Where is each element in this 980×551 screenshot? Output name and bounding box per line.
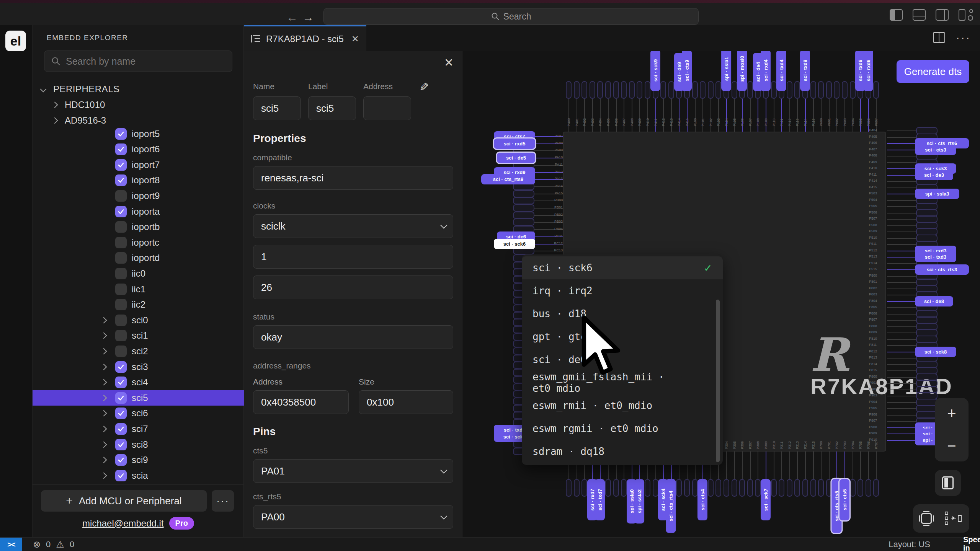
pin-stub-P407[interactable] bbox=[621, 81, 627, 99]
pin-stub-P312[interactable] bbox=[787, 479, 792, 497]
sidebar-item-sci0[interactable]: sci0 bbox=[33, 312, 244, 328]
pin-stub-P206[interactable] bbox=[613, 479, 619, 497]
checkbox-ioport8[interactable] bbox=[115, 174, 127, 186]
checkbox-ioportd[interactable] bbox=[115, 252, 127, 264]
pin-stub-P207[interactable] bbox=[621, 479, 627, 497]
pin-stub-P101[interactable] bbox=[700, 81, 706, 99]
pin-tag-sci-sck6[interactable]: sci · sck6 bbox=[494, 239, 535, 249]
sidebar-item-ioportd[interactable]: ioportd bbox=[33, 250, 244, 266]
sidebar-item-sci7[interactable]: sci7 bbox=[33, 421, 244, 437]
pin-stub-P408[interactable] bbox=[629, 81, 635, 99]
tab-r7ka8p1ad-sci5[interactable]: R7KA8P1AD - sci5 ✕ bbox=[244, 25, 366, 51]
pin-tag-spi-ssla3[interactable]: spi · ssla3 bbox=[915, 189, 959, 199]
checkbox-sci9[interactable] bbox=[115, 454, 127, 466]
clock-cells-input[interactable]: 1 bbox=[253, 245, 453, 269]
cts-rts5-select[interactable]: PA00 bbox=[253, 505, 453, 529]
pin-stub-P310[interactable] bbox=[771, 479, 777, 497]
pin-tag-sci-cts-rts9[interactable]: sci · cts_rts9 bbox=[481, 174, 535, 184]
more-options-button[interactable]: ··· bbox=[212, 490, 234, 512]
remote-indicator[interactable]: >< bbox=[0, 538, 22, 551]
pin-stub-P707[interactable] bbox=[873, 479, 879, 497]
pin-stub-P602[interactable] bbox=[834, 81, 840, 99]
pin-tag-sci-rxd6[interactable]: sci · rxd6 bbox=[863, 51, 873, 91]
pin-stub-P307[interactable] bbox=[747, 479, 753, 497]
pin-stub-PB02[interactable] bbox=[513, 212, 534, 219]
cts5-select[interactable]: PA01 bbox=[253, 459, 453, 483]
checkbox-ioportc[interactable] bbox=[115, 237, 127, 248]
checkbox-sci8[interactable] bbox=[115, 439, 127, 450]
checkbox-sci6[interactable] bbox=[115, 408, 127, 419]
pin-stub-P202[interactable] bbox=[581, 479, 587, 497]
checkbox-scia[interactable] bbox=[115, 470, 127, 481]
pin-stub-P413[interactable] bbox=[668, 81, 674, 99]
pin-tag-sci-sck8[interactable]: sci · sck8 bbox=[915, 347, 956, 357]
pin-stub-P313[interactable] bbox=[794, 479, 800, 497]
pin-stub-P401[interactable] bbox=[574, 81, 580, 99]
sidebar-item-ioport5[interactable]: ioport5 bbox=[33, 128, 244, 142]
checkbox-sci4[interactable] bbox=[115, 377, 127, 388]
checkbox-sci0[interactable] bbox=[115, 315, 127, 326]
dropdown-item-sdram-dq18[interactable]: sdram · dq18 bbox=[522, 440, 723, 463]
checkbox-ioport9[interactable] bbox=[115, 190, 127, 202]
pin-stub-P214[interactable] bbox=[676, 479, 682, 497]
pin-stub-P706[interactable] bbox=[866, 479, 871, 497]
pin-stub-P102[interactable] bbox=[708, 81, 714, 99]
pin-tag-sci-cts5[interactable]: sci · cts5 bbox=[840, 479, 849, 520]
checkbox-sci2[interactable] bbox=[115, 346, 127, 357]
sidebar-item-sci2[interactable]: sci2 bbox=[33, 343, 244, 359]
pin-stub-P305[interactable] bbox=[732, 479, 737, 497]
pin-stub-P604[interactable] bbox=[850, 81, 856, 99]
pin-stub-P701[interactable] bbox=[826, 479, 832, 497]
toggle-side-panel-button[interactable] bbox=[935, 470, 961, 496]
pin-stub-P600[interactable] bbox=[818, 81, 824, 99]
dropdown-item-eswm-rgmii-et0-mdio[interactable]: eswm_rgmii · et0_mdio bbox=[522, 417, 723, 440]
dropdown-item-irq-irq2[interactable]: irq · irq2 bbox=[522, 279, 723, 302]
checkbox-sci1[interactable] bbox=[115, 330, 127, 341]
pin-tag-spi-mosi0[interactable]: spi · mosi0 bbox=[737, 51, 747, 91]
tree-item-peripherals[interactable]: PERIPHERALS bbox=[33, 81, 244, 97]
pin-tag-sci-txd4[interactable]: sci · txd4 bbox=[776, 51, 786, 91]
sidebar-item-sci5[interactable]: sci5 bbox=[33, 390, 244, 406]
pin-tag-spi-ssla1[interactable]: spi · ssla1 bbox=[721, 51, 731, 91]
pin-stub-P211[interactable] bbox=[653, 479, 658, 497]
sidebar-item-ioportb[interactable]: ioportb bbox=[33, 219, 244, 235]
chip-view-icon[interactable] bbox=[921, 513, 932, 524]
toggle-bottom-panel-icon[interactable] bbox=[913, 9, 926, 21]
dropdown-item-eswm-rmii-et0-mdio[interactable]: eswm_rmii · et0_mdio bbox=[522, 394, 723, 417]
checkbox-ioport7[interactable] bbox=[115, 159, 127, 171]
pin-stub-P302[interactable] bbox=[708, 479, 714, 497]
pin-tag-sci-txd3[interactable]: sci · txd3 bbox=[915, 252, 956, 262]
sidebar-item-sci4[interactable]: sci4 bbox=[33, 375, 244, 390]
checkbox-ioport5[interactable] bbox=[115, 128, 127, 140]
sidebar-item-iic1[interactable]: iic1 bbox=[33, 281, 244, 297]
pin-stub-P201[interactable] bbox=[574, 479, 580, 497]
pin-stub-PB03[interactable] bbox=[513, 218, 534, 226]
checkbox-ioporta[interactable] bbox=[115, 206, 127, 217]
sidebar-item-ioport9[interactable]: ioport9 bbox=[33, 188, 244, 204]
pin-tag-sci-rxd5[interactable]: sci · rxd5 bbox=[494, 139, 535, 149]
pin-stub-P601[interactable] bbox=[826, 81, 832, 99]
pin-stub-P100[interactable] bbox=[692, 81, 698, 99]
pin-stub-P700[interactable] bbox=[818, 479, 824, 497]
add-mcu-button[interactable]: + Add MCU or Peripheral bbox=[41, 490, 207, 512]
pin-stub-P405[interactable] bbox=[605, 81, 611, 99]
name-input[interactable]: sci5 bbox=[253, 96, 301, 120]
generate-dts-button[interactable]: Generate dts bbox=[897, 60, 969, 83]
range-size-input[interactable]: 0x100 bbox=[359, 390, 453, 414]
pin-stub-P315[interactable] bbox=[810, 479, 816, 497]
pin-tag-sci-txd7[interactable]: sci · txd7 bbox=[595, 479, 605, 520]
pin-stub-PB00[interactable] bbox=[513, 197, 534, 204]
pin-stub-P103[interactable] bbox=[715, 81, 721, 99]
sidebar-item-iic2[interactable]: iic2 bbox=[33, 297, 244, 313]
pin-stub-P404[interactable] bbox=[597, 81, 603, 99]
pin-tag-sci-cts9[interactable]: sci · cts9 bbox=[682, 51, 692, 91]
pin-stub-PA15[interactable] bbox=[513, 190, 534, 197]
compatible-input[interactable]: renesas,ra-sci bbox=[253, 166, 453, 190]
pin-stub-P110[interactable] bbox=[771, 81, 777, 99]
address-input[interactable] bbox=[363, 96, 411, 120]
global-search-input[interactable]: Search bbox=[323, 8, 699, 25]
sidebar-item-ioport7[interactable]: ioport7 bbox=[33, 157, 244, 173]
sidebar-item-ioport8[interactable]: ioport8 bbox=[33, 173, 244, 188]
sidebar-item-sci3[interactable]: sci3 bbox=[33, 359, 244, 375]
sidebar-item-ioport6[interactable]: ioport6 bbox=[33, 142, 244, 157]
